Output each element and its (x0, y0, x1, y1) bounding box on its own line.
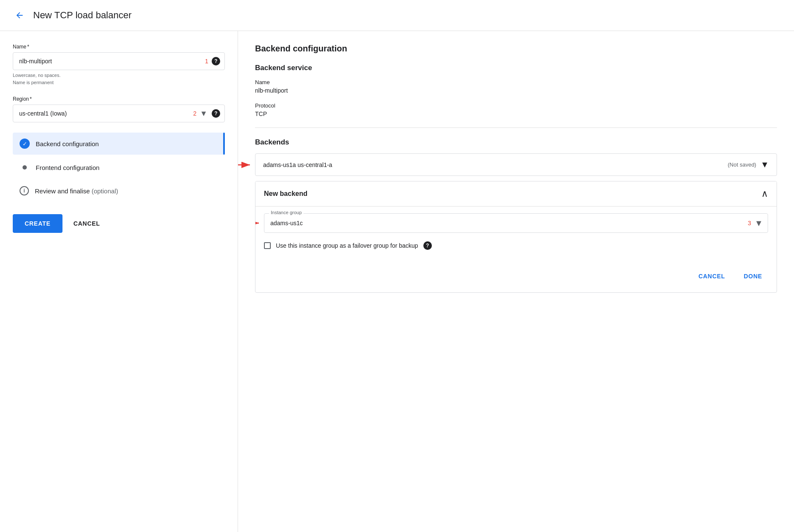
region-label: Region * (13, 96, 225, 102)
new-backend-header: New backend ∧ (255, 181, 777, 206)
frontend-step-label: Frontend configuration (36, 164, 99, 171)
backend-step-check-icon: ✓ (20, 139, 30, 149)
backend-step-label: Backend configuration (36, 140, 99, 147)
name-input-wrapper: 1 ? (13, 52, 225, 70)
not-saved-badge: (Not saved) (728, 161, 756, 168)
instance-arrow-annotation (255, 215, 262, 231)
new-backend-body: Instance group adams-us1c adams-us1a ada… (255, 206, 777, 269)
new-backend-footer: CANCEL DONE (255, 269, 777, 292)
failover-help-icon[interactable]: ? (423, 241, 432, 250)
name-field-group: Name * 1 ? Lowercase, no spaces. Name is… (13, 44, 225, 86)
backend-row[interactable]: adams-us1a us-central1-a (Not saved) ▼ (255, 153, 777, 176)
nav-step-review[interactable]: i Review and finalise (optional) (13, 180, 225, 201)
new-backend-done-button[interactable]: DONE (738, 269, 768, 284)
left-panel: Name * 1 ? Lowercase, no spaces. Name is… (0, 31, 238, 532)
failover-label: Use this instance group as a failover gr… (276, 242, 418, 249)
backend-row-container: adams-us1a us-central1-a (Not saved) ▼ (255, 153, 777, 176)
backends-title: Backends (255, 138, 777, 147)
main-content: Name * 1 ? Lowercase, no spaces. Name is… (0, 31, 794, 532)
page-title: New TCP load balancer (33, 10, 132, 21)
active-indicator (223, 133, 225, 155)
service-name-label: Name (255, 79, 777, 85)
region-help-icon[interactable]: ? (212, 109, 220, 118)
section-divider (255, 127, 777, 128)
name-label: Name * (13, 44, 225, 50)
action-buttons: CREATE CANCEL (13, 214, 225, 233)
new-backend-panel: New backend ∧ (255, 181, 777, 293)
new-backend-title: New backend (264, 190, 307, 198)
protocol-value: TCP (255, 110, 777, 117)
instance-group-select-wrapper: adams-us1c adams-us1a adams-us1b 3 ▼ (264, 213, 768, 233)
frontend-dot-icon (23, 165, 27, 170)
review-optional-label: (optional) (91, 187, 118, 195)
backend-config-title: Backend configuration (255, 44, 777, 54)
right-panel: Backend configuration Backend service Na… (238, 31, 794, 532)
instance-group-label: Instance group (269, 210, 303, 215)
create-button[interactable]: CREATE (13, 214, 62, 233)
region-select[interactable]: us-central1 (Iowa) us-east1 (South Carol… (13, 105, 190, 122)
page-header: New TCP load balancer (0, 0, 794, 31)
backend-row-right: (Not saved) ▼ (728, 160, 769, 170)
protocol-row: Protocol TCP (255, 102, 777, 117)
failover-checkbox[interactable] (264, 242, 271, 249)
name-required: * (27, 44, 29, 50)
frontend-step-icon (20, 162, 30, 173)
service-name-row: Name nlb-multiport (255, 79, 777, 94)
backend-service-title: Backend service (255, 64, 777, 72)
name-step-badge: 1 (201, 58, 212, 65)
nav-step-backend[interactable]: ✓ Backend configuration (13, 133, 225, 155)
review-step-label: Review and finalise (optional) (35, 187, 118, 195)
protocol-label: Protocol (255, 102, 777, 109)
region-chevron-icon: ▼ (200, 109, 207, 118)
region-select-wrapper: us-central1 (Iowa) us-east1 (South Carol… (13, 105, 225, 122)
back-button[interactable] (13, 8, 26, 22)
cancel-button[interactable]: CANCEL (69, 214, 105, 233)
collapse-icon[interactable]: ∧ (761, 188, 768, 199)
instance-group-field: Instance group adams-us1c adams-us1a ada… (264, 213, 768, 233)
backend-expand-icon: ▼ (760, 160, 769, 170)
region-step-badge: 2 (190, 110, 200, 117)
service-name-value: nlb-multiport (255, 87, 777, 94)
failover-row: Use this instance group as a failover gr… (264, 241, 768, 250)
instance-group-select[interactable]: adams-us1c adams-us1a adams-us1b (264, 213, 768, 233)
name-hint: Lowercase, no spaces. Name is permanent (13, 72, 225, 86)
nav-steps: ✓ Backend configuration Frontend configu… (13, 133, 225, 201)
name-help-icon[interactable]: ? (212, 57, 220, 65)
new-backend-cancel-button[interactable]: CANCEL (692, 269, 731, 284)
region-required: * (30, 96, 32, 102)
backend-arrow-annotation (238, 157, 253, 173)
nav-step-frontend[interactable]: Frontend configuration (13, 156, 225, 178)
page-container: New TCP load balancer Name * 1 ? L (0, 0, 794, 532)
region-field-group: Region * us-central1 (Iowa) us-east1 (So… (13, 96, 225, 122)
backend-row-name: adams-us1a us-central1-a (263, 161, 332, 168)
name-input[interactable] (13, 53, 201, 70)
review-step-info-icon: i (20, 186, 29, 195)
instance-group-container: Instance group adams-us1c adams-us1a ada… (264, 213, 768, 233)
